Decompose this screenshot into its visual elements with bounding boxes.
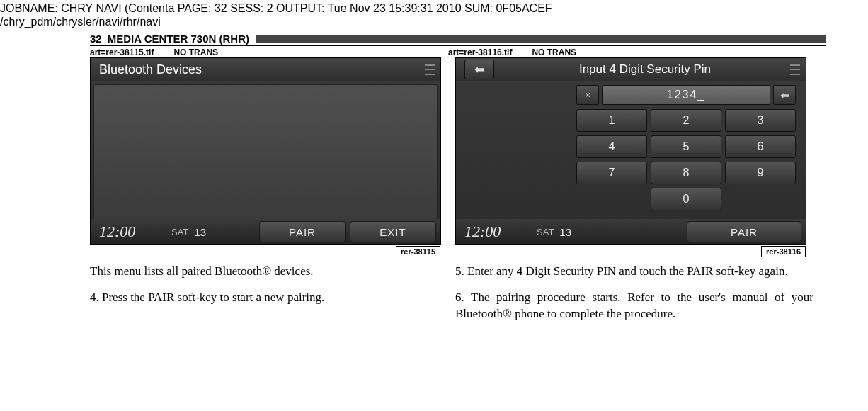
caption-right-2: 6. The pairing procedure starts. Refer t…	[455, 290, 813, 322]
key-9[interactable]: 9	[725, 162, 796, 184]
art-right-file: art=rer-38116.tif	[448, 47, 512, 57]
caption-right-1: 5. Enter any 4 Digit Security PIN and to…	[455, 264, 813, 280]
pair-button[interactable]: PAIR	[259, 221, 346, 242]
settings-icon	[425, 62, 435, 77]
art-left-trans: NO TRANS	[173, 47, 218, 57]
settings-icon	[790, 62, 800, 77]
screen1-title: Bluetooth Devices	[99, 58, 202, 81]
backspace-button[interactable]: ⬅	[773, 85, 796, 105]
caption-left-1: This menu lists all paired Bluetooth® de…	[90, 264, 448, 280]
screen2-title: Input 4 Digit Security Pin	[500, 58, 790, 81]
footer-rule	[90, 354, 826, 354]
job-line1: JOBNAME: CHRY NAVI (Contenta PAGE: 32 SE…	[0, 1, 868, 15]
job-line2: /chry_pdm/chrysler/navi/rhr/navi	[0, 15, 868, 28]
art-row: art=rer-38115.tif NO TRANS art=rer-38116…	[90, 47, 826, 57]
numeric-keypad: 1 2 3 4 5 6 7 8 9 0	[576, 109, 796, 210]
key-5[interactable]: 5	[651, 135, 721, 158]
pin-display: 1234_	[602, 85, 770, 105]
caption-left-2: 4. Press the PAIR soft-key to start a ne…	[90, 290, 448, 306]
sat-label: SAT	[537, 227, 554, 237]
key-1[interactable]: 1	[576, 109, 647, 132]
page-header: 32 MEDIA CENTER 730N (RHR)	[90, 33, 826, 46]
clock: 12:00	[456, 223, 537, 241]
clear-pin-button[interactable]: ×	[576, 85, 599, 105]
key-0[interactable]: 0	[651, 188, 721, 210]
exit-button[interactable]: EXIT	[350, 221, 436, 242]
key-2[interactable]: 2	[651, 109, 721, 132]
sat-number: 13	[194, 226, 206, 238]
image-id-tag: rer-38116	[761, 246, 806, 257]
key-7[interactable]: 7	[576, 162, 647, 184]
image-id-tag: rer-38115	[396, 246, 440, 257]
security-pin-screen: ⬅ Input 4 Digit Security Pin × 1234_ ⬅	[455, 57, 806, 245]
back-button[interactable]: ⬅	[464, 60, 494, 79]
device-list-area	[93, 84, 438, 224]
header-bar	[256, 35, 826, 43]
sat-number: 13	[559, 226, 571, 238]
key-6[interactable]: 6	[725, 135, 796, 158]
clock: 12:00	[91, 223, 171, 241]
page-number: 32	[90, 33, 102, 45]
bluetooth-devices-screen: Bluetooth Devices 12:00 SAT 13 PAIR EXIT…	[90, 57, 441, 245]
art-left-file: art=rer-38115.tif	[90, 47, 154, 57]
key-8[interactable]: 8	[651, 162, 721, 184]
art-right-trans: NO TRANS	[532, 47, 576, 57]
job-header: JOBNAME: CHRY NAVI (Contenta PAGE: 32 SE…	[0, 0, 868, 28]
backspace-icon: ⬅	[780, 89, 789, 102]
key-4[interactable]: 4	[576, 135, 647, 158]
pair-button[interactable]: PAIR	[687, 221, 801, 242]
sat-label: SAT	[171, 227, 188, 237]
back-arrow-icon: ⬅	[474, 58, 485, 81]
page-title: MEDIA CENTER 730N (RHR)	[108, 33, 249, 45]
key-3[interactable]: 3	[725, 109, 796, 132]
close-icon: ×	[585, 89, 590, 101]
